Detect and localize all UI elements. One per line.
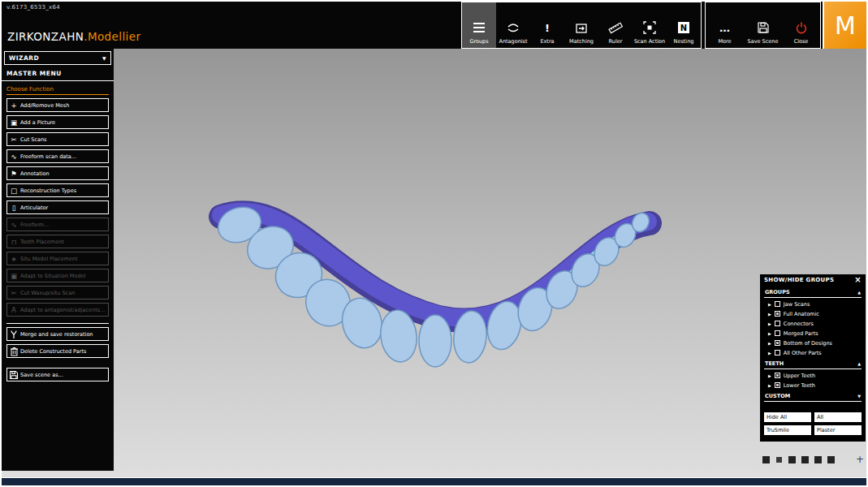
group-item-label: All Other Parts [784,350,822,356]
toolbar-scan-action-button[interactable]: Scan Action [633,2,667,48]
sidebar-button-reconstruction-types[interactable]: □ Reconstruction Types [6,183,109,197]
view-slot[interactable] [775,455,784,464]
group-item-label: Lower Teeth [784,382,815,389]
viewport-3d[interactable] [2,49,866,477]
all-button[interactable]: All [814,412,862,422]
checkbox[interactable] [775,311,780,317]
toolbar-nesting-button[interactable]: N Nesting [667,2,701,48]
view-slot[interactable] [814,455,823,464]
wizard-dropdown[interactable]: WIZARD [4,51,111,65]
section-label: GROUPS [765,289,790,295]
expand-arrow-icon[interactable] [768,331,771,336]
toolbar-more-button[interactable]: … More [706,2,744,48]
sidebar-button-label: Merge and save restoration [20,331,93,338]
expand-arrow-icon[interactable] [768,312,771,317]
plaster-button[interactable]: Plaster [814,425,862,435]
freeform-icon: ∿ [7,221,20,229]
sidebar-button-label: Cut Scans [20,136,46,143]
sidebar-button-articulator[interactable]: ▯ Articulator [6,200,109,214]
toolbar-ruler-button[interactable]: Ruler [598,2,633,48]
sidebar-button-adapt-antagonist[interactable]: A Adapt to antagonist/adjacents... [6,303,109,317]
expand-arrow-icon[interactable] [768,351,771,356]
expand-arrow-icon[interactable] [768,321,771,326]
close-icon[interactable] [854,277,862,283]
adapt-situation-icon: ▣ [7,272,20,280]
expand-arrow-icon[interactable] [768,383,771,388]
expand-arrow-icon[interactable] [768,341,771,346]
view-slot[interactable] [801,455,810,464]
toolbar-label: Ruler [609,38,623,45]
sidebar-button-label: Cut Waxup/situ Scan [20,290,75,296]
checkbox[interactable] [775,321,780,326]
brand-modellier: .Modellier [84,30,140,43]
delete-constructed-parts-button[interactable]: Delete Constructed Parts [6,344,109,358]
sidebar-button-label: Articulator [20,205,48,211]
toolbar-right: … More Save Scene Close [705,2,821,49]
sidebar-button-label: Add/Remove Mesh [20,102,69,109]
sidebar-button-label: Adapt to Situation Model [20,273,85,279]
panel-title: SHOW/HIDE GROUPS [764,277,834,283]
save-scene-as-button[interactable]: Save scene as... [6,368,109,381]
sidebar-button-label: Situ Model Placement [20,256,78,262]
sidebar-button-add-remove-mesh[interactable]: + Add/Remove Mesh [6,98,109,112]
toolbar-matching-button[interactable]: Matching [564,2,598,48]
sidebar-button-label: Freeform... [20,222,49,228]
group-item-all-other-parts: All Other Parts [760,347,866,356]
sidebar-button-cut-waxup[interactable]: ✂ Cut Waxup/situ Scan [6,286,109,300]
view-slot[interactable] [788,455,797,464]
sidebar-button-freeform[interactable]: ∿ Freeform... [6,218,109,231]
nesting-letter: N [678,22,689,33]
hide-all-button[interactable]: Hide All [764,412,811,422]
expand-arrow-icon[interactable] [768,302,771,307]
panel-buttons: Hide All All TruSmile Plaster [764,412,862,435]
situ-model-icon: ∗ [7,255,20,263]
checkbox[interactable] [775,382,780,388]
sidebar-button-adapt-situation-model[interactable]: ▣ Adapt to Situation Model [6,269,109,282]
sidebar-button-label: Save scene as... [20,372,63,378]
toolbar-groups-button[interactable]: Groups [462,2,496,48]
section-header-teeth[interactable]: TEETH [764,359,862,369]
logo-letter: M [835,11,856,40]
checkbox[interactable] [775,330,780,336]
sidebar-button-annotation[interactable]: ⚑ Annotation [6,166,109,180]
app-logo[interactable]: M [824,2,866,49]
more-icon: … [719,19,730,36]
toolbar-close-button[interactable]: Close [782,2,820,48]
chevron-down-icon [102,54,106,62]
sidebar-button-freeform-scan-data[interactable]: ∿ Freeform scan data... [6,149,109,163]
checkbox[interactable] [775,373,780,378]
toolbar-label: Scan Action [634,38,665,45]
toolbar-label: Matching [569,38,594,45]
view-slot[interactable] [762,455,771,464]
merge-save-restoration-button[interactable]: Merge and save restoration [6,327,109,341]
add-view-slot-button[interactable]: + [856,455,864,464]
choose-function-title: Choose Function [6,86,109,95]
section-header-groups[interactable]: GROUPS [764,287,862,298]
trusmile-button[interactable]: TruSmile [764,425,811,435]
view-slot-bar: + [762,455,864,464]
cut-waxup-icon: ✂ [7,289,20,297]
groups-icon [473,19,486,36]
checkbox[interactable] [775,301,780,307]
sidebar-button-label: Freeform scan data... [20,153,76,160]
sidebar-button-cut-scans[interactable]: ✂ Cut Scans [6,132,109,146]
sidebar-button-tooth-placement[interactable]: ⊓ Tooth Placement [6,235,109,248]
ruler-icon [608,19,623,36]
checkbox[interactable] [775,350,780,356]
toolbar-antagonist-button[interactable]: Antagonist [496,2,530,48]
group-item-jaw-scans: Jaw Scans [760,298,866,308]
annotation-icon: ⚑ [7,170,20,178]
app-window: v.6173_6533_x64 ZIRKONZAHN.Modellier Gro… [0,0,868,487]
expand-arrow-icon[interactable] [768,373,771,378]
dental-model[interactable] [195,158,666,369]
section-header-custom[interactable]: CUSTOM [764,391,862,402]
toolbar-save-scene-button[interactable]: Save Scene [744,2,782,48]
scan-action-icon [643,19,656,36]
checkbox[interactable] [775,340,780,346]
view-slot[interactable] [827,455,836,464]
group-item-label: Connectors [784,321,814,327]
sidebar-button-situ-model-placement[interactable]: ∗ Situ Model Placement [6,252,109,265]
save-icon [757,19,770,36]
toolbar-extra-button[interactable]: ! Extra [530,2,564,48]
sidebar-button-add-picture[interactable]: ▣ Add a Picture [6,115,109,129]
